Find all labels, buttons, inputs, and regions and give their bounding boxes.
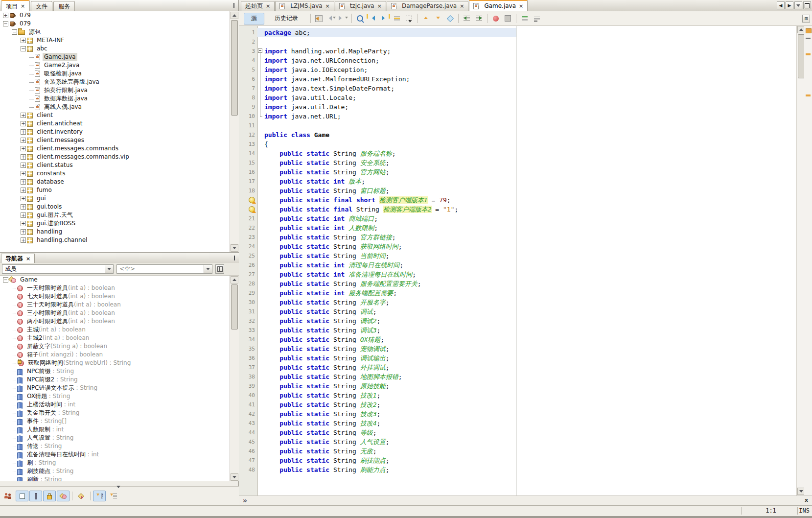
fold-column[interactable] <box>257 84 263 93</box>
code-line[interactable]: 34 public static String OX猜题; <box>239 335 458 344</box>
tree-item[interactable]: +fumo <box>0 186 230 194</box>
opened-documents-button[interactable] <box>794 1 802 9</box>
code-line[interactable]: 37 public static String 外挂调试; <box>239 363 458 372</box>
member-row[interactable]: 人数限制 : int <box>0 425 230 434</box>
member-row[interactable]: 上楼活动时间 : int <box>0 400 230 409</box>
code-line[interactable]: 7import java.text.SimpleDateFormat; <box>239 84 458 93</box>
tab-tzjc.java[interactable]: tzjc.java× <box>335 1 386 11</box>
close-icon[interactable]: x <box>805 497 808 503</box>
shift-line-right-button[interactable] <box>473 13 485 24</box>
tree-toggle[interactable]: + <box>21 38 26 43</box>
sort-by-source-button[interactable] <box>107 491 119 501</box>
error-stripe[interactable] <box>804 26 812 495</box>
member-row[interactable]: NPC错误文本提示 : String <box>0 384 230 392</box>
code-line[interactable]: 1package abc; <box>239 28 458 37</box>
code-line[interactable]: 6import java.net.MalformedURLException; <box>239 74 458 84</box>
member-row[interactable]: 屏蔽文字(String a) : boolean <box>0 342 230 351</box>
history-view-button[interactable]: 历史记录 <box>267 13 305 24</box>
member-row[interactable]: 人气设置 : String <box>0 434 230 442</box>
code-line[interactable]: 14 public static String 服务端名称; <box>239 149 458 158</box>
code-line[interactable]: 47 public static String 刷技能点; <box>239 456 458 465</box>
tree-toggle[interactable]: − <box>3 21 8 26</box>
code-line[interactable]: 30 public static String 开服名字; <box>239 298 458 307</box>
code-line[interactable]: 41 public static String 技改2; <box>239 400 458 409</box>
tree-toggle[interactable]: + <box>21 188 26 193</box>
fold-column[interactable] <box>257 47 263 56</box>
code-line[interactable]: 11 <box>239 121 458 130</box>
code-line[interactable]: 39 public static String 原始技能; <box>239 381 458 391</box>
scroll-tabs-right-button[interactable]: ▶ <box>786 1 793 9</box>
expand-chevron-icon[interactable]: » <box>243 496 247 504</box>
tree-toggle[interactable]: + <box>21 146 26 151</box>
tree-toggle[interactable]: + <box>21 163 26 168</box>
maximize-window-button[interactable] <box>803 1 811 9</box>
tree-item[interactable]: +database <box>0 178 230 186</box>
tree-item[interactable]: −源包 <box>0 28 230 36</box>
warning-bulb-icon[interactable] <box>249 197 255 203</box>
tree-toggle[interactable]: + <box>21 129 26 135</box>
close-icon[interactable]: × <box>266 4 270 9</box>
warning-bulb-icon[interactable] <box>249 206 255 212</box>
tab-起始页[interactable]: 起始页× <box>241 1 275 11</box>
close-icon[interactable]: × <box>26 257 30 261</box>
sort-alphabetically-button[interactable] <box>93 491 106 501</box>
tree-item[interactable]: 拍卖行限制.java <box>0 86 230 94</box>
jump-to-last-edit-button[interactable] <box>313 13 325 24</box>
code-editor[interactable]: 1package abc;23import handling.world.Map… <box>239 26 812 495</box>
member-row[interactable]: 箱子(int xiangzi) : boolean <box>0 351 230 359</box>
code-line[interactable]: 23 public static String 官方群链接; <box>239 233 458 242</box>
code-line[interactable]: 38 public static String 地图脚本报错; <box>239 372 458 381</box>
tree-item[interactable]: +handling <box>0 228 230 236</box>
fold-column[interactable] <box>257 65 263 74</box>
collapse-fold-icon[interactable] <box>258 48 262 53</box>
code-line[interactable]: 13{ <box>239 140 458 149</box>
fold-column[interactable] <box>257 74 263 84</box>
code-line[interactable]: 40 public static String 技改1; <box>239 391 458 400</box>
fold-column[interactable] <box>257 56 263 65</box>
find-next-button[interactable] <box>378 13 391 24</box>
code-line[interactable]: 48 public static String 刷能力点; <box>239 465 458 474</box>
tree-item[interactable]: +client.messages.commands <box>0 144 230 153</box>
tree-item[interactable]: −079 <box>0 20 230 28</box>
forward-button[interactable] <box>337 13 349 24</box>
chevron-down-icon[interactable] <box>105 265 113 273</box>
code-line[interactable]: 18 public static String 窗口标题; <box>239 186 458 195</box>
toolbar-overflow-button[interactable]: ⊞ <box>802 15 810 23</box>
member-row[interactable]: 三十天时限时道具(int a) : boolean <box>0 301 230 309</box>
close-icon[interactable]: × <box>519 4 523 9</box>
scroll-up-icon[interactable] <box>231 12 238 19</box>
close-icon[interactable]: × <box>460 4 464 9</box>
tree-toggle[interactable]: + <box>21 221 26 226</box>
tree-toggle[interactable]: − <box>3 277 8 283</box>
tree-item[interactable]: +client <box>0 111 230 119</box>
tree-item[interactable]: Game.java <box>0 53 230 61</box>
code-line[interactable]: 36 public static String 调试输出; <box>239 353 458 363</box>
code-line[interactable]: 16 public static String 官方网站; <box>239 167 458 177</box>
code-line[interactable]: 10import java.net.URL; <box>239 112 458 121</box>
show-fields-button[interactable] <box>16 491 28 501</box>
show-inner-classes-button[interactable] <box>57 491 70 501</box>
minimize-panel-button[interactable] <box>231 2 237 8</box>
member-row[interactable]: 获取网络时间(String webUrl) : String <box>0 359 230 367</box>
previous-occurrence-button[interactable] <box>419 13 432 24</box>
code-line[interactable]: 42 public static String 技改3; <box>239 409 458 419</box>
code-line[interactable]: 2 <box>239 37 458 47</box>
code-line[interactable]: 43 public static String 技改4; <box>239 419 458 428</box>
tab-文件[interactable]: 文件 <box>31 1 52 11</box>
code-line[interactable]: public static final short 检测客户端版本1 = 79; <box>239 195 458 205</box>
error-stripe-warning-mark[interactable] <box>806 94 811 96</box>
tree-toggle[interactable]: + <box>3 13 8 18</box>
tree-toggle[interactable]: + <box>21 113 26 118</box>
code-line[interactable]: 25 public static String 当前时间; <box>239 251 458 260</box>
tree-item[interactable]: +META-INF <box>0 36 230 45</box>
scrollbar-thumb[interactable] <box>231 284 238 330</box>
minimize-panel-button[interactable] <box>231 255 237 261</box>
member-row[interactable]: 刷 : String <box>0 459 230 467</box>
tab-DamageParse.java[interactable]: DamageParse.java× <box>387 1 468 11</box>
back-button[interactable] <box>325 13 337 24</box>
fold-column[interactable] <box>257 93 263 102</box>
code-line[interactable]: 12public class Game <box>239 130 458 140</box>
source-view-button[interactable]: 源 <box>244 13 264 24</box>
code-line[interactable]: 15 public static String 安全系统; <box>239 158 458 167</box>
error-stripe-warning-mark[interactable] <box>806 53 811 55</box>
